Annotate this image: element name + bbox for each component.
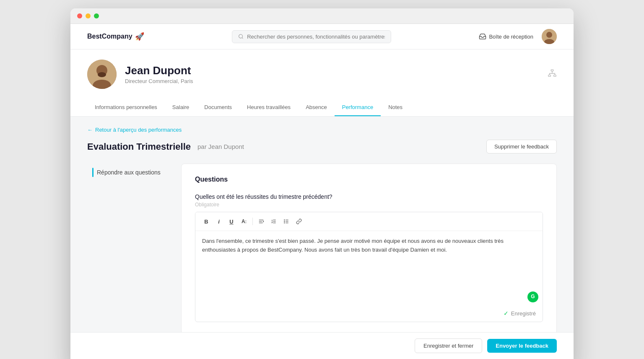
sidebar-nav-item-questions[interactable]: Répondre aux questions (87, 164, 171, 181)
saved-check-icon: ✓ (504, 310, 509, 317)
maximize-dot[interactable] (94, 13, 99, 18)
content-layout: Répondre aux questions Questions Quelles… (87, 164, 557, 334)
sidebar-item-label: Répondre aux questions (97, 169, 161, 176)
sidebar-nav: Répondre aux questions (87, 164, 171, 334)
search-bar[interactable] (232, 30, 391, 43)
unordered-list-button[interactable] (280, 216, 292, 227)
topbar: BestCompany 🚀 Boîte de réception (70, 24, 574, 49)
evaluation-by: par Jean Dupont (197, 143, 244, 150)
tab-notes[interactable]: Notes (381, 99, 410, 116)
question-required: Obligatoire (195, 202, 543, 208)
svg-point-3 (546, 32, 552, 38)
tab-absence[interactable]: Absence (298, 99, 335, 116)
topbar-right: Boîte de réception (479, 29, 557, 44)
search-input[interactable] (247, 34, 385, 40)
tab-performance[interactable]: Performance (335, 99, 381, 116)
underline-button[interactable]: U (226, 216, 237, 227)
logo-icon: 🚀 (135, 32, 144, 41)
profile-header: Jean Dupont Directeur Commercial, Paris (87, 60, 557, 97)
toolbar-separator-1 (252, 218, 253, 225)
page-header: Evaluation Trimestrielle par Jean Dupont… (87, 140, 557, 153)
grammarly-badge[interactable]: G (527, 291, 538, 302)
svg-rect-11 (554, 75, 556, 76)
italic-button[interactable]: i (213, 216, 225, 227)
font-size-button[interactable]: A: (238, 216, 250, 227)
inbox-button[interactable]: Boîte de réception (479, 33, 533, 40)
sidebar-accent (92, 168, 93, 177)
editor-content[interactable]: Dans l'ensemble, ce trimestre s'est bien… (195, 231, 543, 307)
svg-point-21 (284, 220, 285, 220)
tab-heures-travaillees[interactable]: Heures travaillées (239, 99, 298, 116)
align-button[interactable] (255, 216, 267, 227)
logo: BestCompany 🚀 (87, 32, 144, 41)
svg-line-1 (242, 38, 243, 39)
saved-label: Enregistré (511, 310, 536, 317)
minimize-dot[interactable] (86, 13, 91, 18)
link-button[interactable] (293, 216, 305, 227)
close-dot[interactable] (77, 13, 82, 18)
editor-wrapper: B i U A: (195, 212, 543, 322)
tab-salaire[interactable]: Salaire (165, 99, 197, 116)
bold-button[interactable]: B (200, 216, 212, 227)
back-link-text: Retour à l'aperçu des performances (95, 127, 182, 133)
search-icon (238, 34, 244, 39)
page-title-group: Evaluation Trimestrielle par Jean Dupont (87, 141, 244, 152)
save-close-button[interactable]: Enregistrer et fermer (415, 338, 482, 353)
user-avatar[interactable] (542, 29, 557, 44)
logo-text: BestCompany (87, 33, 132, 40)
inbox-icon (479, 33, 486, 40)
questions-section-title: Questions (195, 176, 543, 183)
svg-point-23 (284, 223, 285, 223)
ordered-list-button[interactable] (268, 216, 280, 227)
evaluation-title: Evaluation Trimestrielle (87, 141, 191, 152)
saved-indicator: ✓ Enregistré (195, 307, 543, 322)
back-arrow: ← (87, 127, 93, 133)
profile-section: Jean Dupont Directeur Commercial, Paris … (70, 49, 574, 117)
nav-tabs: Informations personnelles Salaire Docume… (87, 99, 557, 116)
avatar-image (542, 29, 557, 44)
main-content: ← Retour à l'aperçu des performances Eva… (70, 117, 574, 359)
profile-subtitle: Directeur Commercial, Paris (125, 78, 193, 84)
svg-rect-10 (548, 75, 551, 76)
svg-point-22 (284, 221, 285, 221)
sidebar-item-wrapper: Répondre aux questions (92, 168, 161, 177)
profile-info: Jean Dupont Directeur Commercial, Paris (125, 64, 193, 84)
send-feedback-button[interactable]: Envoyer le feedback (487, 339, 557, 353)
titlebar (70, 8, 574, 24)
tab-documents[interactable]: Documents (197, 99, 239, 116)
profile-name: Jean Dupont (125, 64, 193, 77)
inbox-label: Boîte de réception (489, 34, 533, 40)
svg-point-8 (98, 72, 106, 77)
questions-card: Questions Quelles ont été les réussites … (181, 164, 557, 334)
svg-rect-9 (551, 69, 553, 71)
org-chart-icon[interactable] (548, 69, 557, 80)
delete-feedback-button[interactable]: Supprimer le feedback (486, 140, 557, 153)
question-label: Quelles ont été les réussites du trimest… (195, 193, 543, 200)
editor-text: Dans l'ensemble, ce trimestre s'est bien… (202, 238, 504, 253)
profile-avatar (87, 60, 117, 89)
back-link[interactable]: ← Retour à l'aperçu des performances (87, 127, 557, 133)
bottom-bar: Enregistrer et fermer Envoyer le feedbac… (70, 332, 574, 359)
tab-informations-personnelles[interactable]: Informations personnelles (87, 99, 165, 116)
svg-point-0 (239, 34, 243, 38)
editor-toolbar: B i U A: (195, 212, 543, 231)
